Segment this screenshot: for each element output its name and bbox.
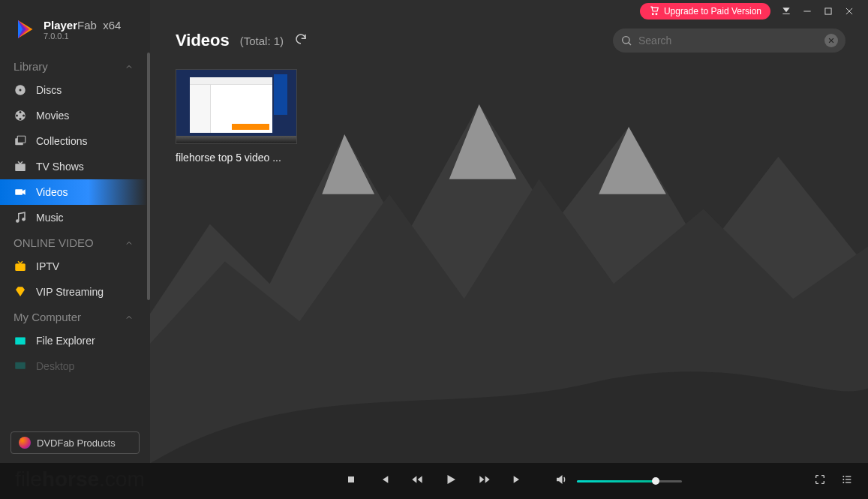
tv-icon (14, 160, 27, 173)
play-button[interactable] (444, 473, 458, 489)
cart-icon (649, 6, 659, 17)
sidebar: PlayerFab x64 7.0.0.1 Library Discs Movi… (0, 0, 150, 463)
fast-forward-button[interactable] (479, 473, 491, 488)
section-label: My Computer (14, 311, 81, 323)
svg-point-6 (20, 118, 22, 120)
sidebar-item-label: File Explorer (36, 335, 95, 347)
dvdfab-products-button[interactable]: DVDFab Products (11, 431, 140, 454)
playlist-icon (841, 473, 853, 485)
svg-point-18 (623, 37, 629, 44)
fast-forward-icon (479, 473, 491, 485)
stop-icon (345, 473, 357, 485)
page-count: (Total: 1) (240, 35, 284, 47)
upgrade-button[interactable]: Upgrade to Paid Version (640, 3, 770, 20)
sidebar-item-tvshows[interactable]: TV Shows (0, 154, 147, 179)
stop-button[interactable] (345, 473, 357, 488)
svg-point-24 (842, 482, 844, 483)
video-camera-icon (14, 185, 27, 199)
sidebar-item-label: Movies (36, 110, 69, 122)
rewind-icon (411, 473, 423, 485)
iptv-icon (14, 260, 27, 273)
svg-rect-9 (17, 136, 26, 143)
chevron-up-icon (125, 313, 134, 322)
app-name: PlayerFab x64 (44, 19, 121, 32)
sidebar-item-discs[interactable]: Discs (0, 77, 147, 103)
previous-button[interactable] (378, 473, 390, 488)
sidebar-item-vip-streaming[interactable]: VIP Streaming (0, 279, 147, 305)
svg-rect-14 (15, 263, 26, 271)
sidebar-item-movies[interactable]: Movies (0, 103, 147, 128)
svg-rect-11 (15, 189, 23, 195)
sidebar-scrollbar[interactable] (147, 53, 150, 300)
svg-rect-19 (348, 476, 354, 482)
skip-previous-icon (378, 473, 390, 485)
chevron-up-icon (125, 62, 134, 71)
sidebar-item-label: Discs (36, 84, 62, 96)
diamond-icon (14, 285, 27, 299)
sidebar-item-collections[interactable]: Collections (0, 128, 147, 154)
sidebar-item-music[interactable]: Music (0, 205, 147, 230)
sidebar-item-label: Videos (36, 186, 68, 198)
titlebar: Upgrade to Paid Version (640, 0, 868, 23)
music-note-icon (14, 211, 27, 224)
svg-rect-23 (845, 479, 851, 479)
volume-knob[interactable] (652, 477, 659, 485)
chevron-up-icon (125, 239, 134, 248)
svg-point-22 (842, 479, 844, 480)
svg-point-5 (23, 115, 25, 117)
svg-point-13 (22, 218, 26, 221)
page-title: Videos (176, 31, 230, 50)
svg-rect-25 (845, 482, 851, 482)
video-card[interactable]: filehorse top 5 video ... (176, 69, 297, 164)
video-title: filehorse top 5 video ... (176, 152, 297, 164)
fullscreen-icon (814, 473, 826, 485)
minimize-button[interactable] (802, 6, 812, 17)
svg-point-12 (16, 219, 20, 223)
search-input[interactable] (638, 35, 818, 47)
upgrade-label: Upgrade to Paid Version (664, 6, 761, 17)
svg-rect-0 (825, 8, 831, 14)
play-icon (444, 473, 458, 486)
fullscreen-button[interactable] (814, 473, 826, 488)
section-label: ONLINE VIDEO (14, 236, 94, 249)
sidebar-item-label: TV Shows (36, 161, 84, 173)
section-library[interactable]: Library (0, 50, 147, 77)
disc-icon (14, 83, 27, 97)
video-thumbnail (176, 69, 297, 144)
folder-icon (14, 334, 27, 347)
refresh-button[interactable] (294, 32, 308, 49)
close-icon (827, 37, 835, 44)
section-my-computer[interactable]: My Computer (0, 305, 147, 328)
player-bar (0, 463, 868, 499)
search-box[interactable] (613, 29, 845, 53)
svg-rect-16 (15, 362, 26, 369)
skip-next-icon (512, 473, 524, 485)
svg-point-7 (16, 115, 18, 117)
search-icon (620, 35, 632, 47)
dvdfab-logo-icon (19, 437, 31, 449)
volume-icon (554, 473, 568, 486)
sidebar-item-iptv[interactable]: IPTV (0, 254, 147, 279)
section-online-video[interactable]: ONLINE VIDEO (0, 230, 147, 254)
next-button[interactable] (512, 473, 524, 488)
maximize-button[interactable] (823, 6, 833, 17)
app-logo-icon (14, 18, 36, 41)
svg-point-20 (842, 476, 844, 477)
close-button[interactable] (844, 6, 854, 17)
rewind-button[interactable] (411, 473, 423, 488)
playlist-button[interactable] (841, 473, 853, 488)
clear-search-button[interactable] (824, 34, 838, 47)
sidebar-item-file-explorer[interactable]: File Explorer (0, 328, 147, 353)
sidebar-item-videos[interactable]: Videos (0, 179, 147, 205)
volume-slider[interactable] (577, 480, 682, 482)
volume-button[interactable] (554, 473, 568, 489)
sidebar-item-label: Music (36, 212, 64, 224)
footer-label: DVDFab Products (37, 437, 116, 449)
section-label: Library (14, 60, 48, 73)
dropdown-button[interactable] (781, 6, 791, 17)
desktop-icon (14, 359, 27, 373)
svg-rect-10 (15, 164, 26, 171)
sidebar-item-desktop[interactable]: Desktop (0, 353, 147, 379)
sidebar-item-label: Collections (36, 135, 87, 147)
sidebar-item-label: IPTV (36, 260, 59, 272)
